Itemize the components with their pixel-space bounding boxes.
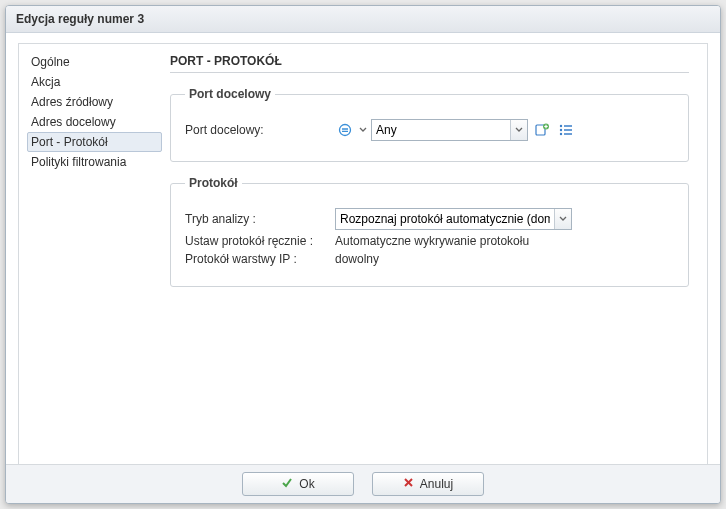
analysis-mode-input[interactable] xyxy=(336,210,554,228)
svg-point-11 xyxy=(560,133,562,135)
analysis-mode-combo[interactable] xyxy=(335,208,572,230)
equals-icon xyxy=(335,121,355,139)
row-manual-protocol: Ustaw protokół ręcznie : Automatyczne wy… xyxy=(185,234,674,248)
section-title: PORT - PROTOKÓŁ xyxy=(170,52,689,73)
row-analysis-mode: Tryb analizy : xyxy=(185,208,674,230)
ok-button-label: Ok xyxy=(299,477,314,491)
dialog-footer: Ok Anuluj xyxy=(6,464,720,503)
row-ip-layer-protocol: Protokół warstwy IP : dowolny xyxy=(185,252,674,266)
svg-point-7 xyxy=(560,125,562,127)
dst-port-controls xyxy=(335,119,576,141)
dst-port-combo[interactable] xyxy=(371,119,528,141)
dialog-body: Ogólne Akcja Adres źródłowy Adres docelo… xyxy=(6,33,720,470)
sidebar-item-dst-addr[interactable]: Adres docelowy xyxy=(27,112,162,132)
sidebar: Ogólne Akcja Adres źródłowy Adres docelo… xyxy=(19,44,162,465)
dialog-edit-rule: Edycja reguły numer 3 Ogólne Akcja Adres… xyxy=(5,5,721,504)
list-icon[interactable] xyxy=(556,120,576,140)
sidebar-item-port-protocol[interactable]: Port - Protokół xyxy=(27,132,162,152)
content-frame: Ogólne Akcja Adres źródłowy Adres docelo… xyxy=(18,43,708,466)
label-ip-layer-protocol: Protokół warstwy IP : xyxy=(185,252,335,266)
value-ip-layer-protocol: dowolny xyxy=(335,252,379,266)
value-manual-protocol: Automatyczne wykrywanie protokołu xyxy=(335,234,529,248)
cancel-button[interactable]: Anuluj xyxy=(372,472,484,496)
row-dst-port: Port docelowy: xyxy=(185,119,674,141)
group-port-legend: Port docelowy xyxy=(185,87,275,101)
main-panel: PORT - PROTOKÓŁ Port docelowy Port docel… xyxy=(162,44,707,465)
group-port: Port docelowy Port docelowy: xyxy=(170,87,689,162)
ok-button[interactable]: Ok xyxy=(242,472,354,496)
sidebar-item-general[interactable]: Ogólne xyxy=(27,52,162,72)
group-protocol: Protokół Tryb analizy : Ustaw protokół r… xyxy=(170,176,689,287)
check-icon xyxy=(281,477,293,492)
cancel-button-label: Anuluj xyxy=(420,477,453,491)
chevron-down-icon[interactable] xyxy=(359,123,367,137)
close-icon xyxy=(403,477,414,491)
svg-point-0 xyxy=(340,125,351,136)
label-manual-protocol: Ustaw protokół ręcznie : xyxy=(185,234,335,248)
dst-port-input[interactable] xyxy=(372,121,510,139)
sidebar-item-action[interactable]: Akcja xyxy=(27,72,162,92)
sidebar-item-filter-policies[interactable]: Polityki filtrowania xyxy=(27,152,162,172)
dialog-title: Edycja reguły numer 3 xyxy=(6,6,720,33)
chevron-down-icon[interactable] xyxy=(510,120,527,140)
group-protocol-legend: Protokół xyxy=(185,176,242,190)
label-dst-port: Port docelowy: xyxy=(185,123,335,137)
add-new-icon[interactable] xyxy=(532,120,552,140)
chevron-down-icon[interactable] xyxy=(554,209,571,229)
svg-point-9 xyxy=(560,129,562,131)
label-analysis-mode: Tryb analizy : xyxy=(185,212,335,226)
sidebar-item-src-addr[interactable]: Adres źródłowy xyxy=(27,92,162,112)
